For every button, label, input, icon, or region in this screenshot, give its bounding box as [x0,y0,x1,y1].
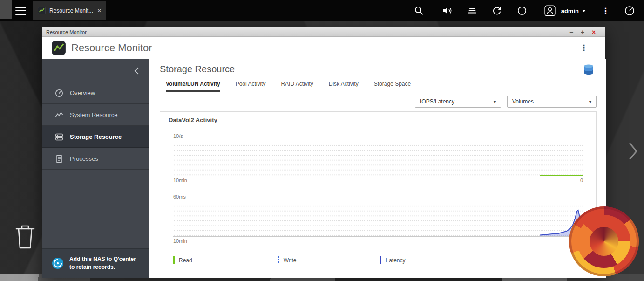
main-menu-button[interactable] [15,7,26,15]
sidebar: Overview System Resource Storage Resourc… [42,59,149,278]
sidebar-collapse-icon[interactable] [134,67,140,75]
tab-bar: Volume/LUN Activity Pool Activity RAID A… [166,81,411,92]
sidebar-item-processes[interactable]: Processes [42,148,149,170]
sidebar-item-overview[interactable]: Overview [42,82,149,104]
legend-item-read: Read [173,256,192,264]
line-chart-icon [54,110,64,120]
legend-label: Write [284,257,297,264]
tab-raid-activity[interactable]: RAID Activity [281,81,313,92]
metric-select[interactable]: IOPS/Latency ▾ [415,96,501,108]
tab-storage-space[interactable]: Storage Space [374,81,411,92]
close-button[interactable]: × [588,28,599,36]
volume-icon[interactable] [442,6,453,16]
x-axis-label: 10min [173,178,187,183]
minimize-button[interactable]: − [566,28,577,36]
tab-volume-lun-activity[interactable]: Volume/LUN Activity [166,81,220,92]
resource-monitor-app-icon [52,41,66,55]
sidebar-item-label: Storage Resource [70,133,122,140]
latency-chart: 60ms 10min 0 [173,194,583,244]
window-title: Resource Monitor [46,29,566,35]
latency-color-swatch [380,256,381,264]
info-icon[interactable] [517,6,527,16]
resource-monitor-app-icon [38,7,46,14]
qcenter-banner[interactable]: Add this NAS to Q'center to retain recor… [42,248,149,278]
search-icon[interactable] [414,6,424,16]
qcenter-icon [52,257,64,269]
sidebar-item-storage-resource[interactable]: Storage Resource [42,126,149,148]
taskbar-divider [536,5,536,17]
taskbar-divider [433,5,433,17]
qcenter-text: Add this NAS to Q'center to retain recor… [69,255,136,271]
chevron-right-icon[interactable] [629,142,639,161]
watermark-logo [569,206,639,276]
latency-series-plot [173,202,583,236]
recycle-bin-icon[interactable] [13,222,38,250]
legend-item-write: Write [278,256,297,264]
window-titlebar[interactable]: Resource Monitor − + × [42,27,605,37]
top-taskbar: Resource Monit... × [0,0,644,21]
sidebar-item-label: System Resource [70,111,118,118]
read-color-swatch [173,256,175,264]
user-menu[interactable]: admin [561,7,579,14]
sidebar-item-system-resource[interactable]: System Resource [42,104,149,126]
qcenter-line1: Add this NAS to Q'center [69,255,136,263]
legend-label: Read [179,257,192,264]
storage-resource-icon [582,63,596,77]
app-header: Resource Monitor ⋮ [42,37,605,59]
tab-close-icon[interactable]: × [97,7,101,14]
more-options-icon[interactable]: ⋮ [602,7,610,15]
gauge-icon [54,89,64,98]
scope-select[interactable]: Volumes ▾ [507,96,597,108]
chart-legend: Read Write Latency [173,256,406,264]
x-axis-label: 10min [173,238,187,244]
metric-select-value: IOPS/Latency [420,98,490,105]
corner-accent [0,0,12,19]
refresh-icon[interactable] [492,6,502,16]
y-axis-max-label: 10/s [173,133,583,140]
taskbar-icon-group: admin ⋮ [414,0,644,21]
taskbar-tab-resource-monitor[interactable]: Resource Monit... × [33,1,106,20]
processes-icon [54,154,64,164]
qcenter-line2: to retain records. [69,263,136,271]
chevron-down-icon: ▾ [494,99,496,104]
background-tasks-icon[interactable] [467,6,477,16]
storage-icon [54,132,64,142]
current-value: 0 [580,178,583,183]
y-axis-max-label: 60ms [173,194,583,201]
legend-item-latency: Latency [380,256,405,264]
chart-grid [173,142,583,176]
scope-select-value: Volumes [512,98,585,105]
maximize-button[interactable]: + [577,28,588,36]
window-controls: − + × [566,28,599,36]
iops-series-plot [173,142,583,176]
tab-pool-activity[interactable]: Pool Activity [236,81,266,92]
taskbar-tab-label: Resource Monit... [49,7,95,14]
app-menu-icon[interactable]: ⋮ [580,43,588,53]
main-content: Storage Resource Volume/LUN Activity Poo… [149,59,606,278]
chevron-down-icon[interactable] [582,10,586,12]
user-icon[interactable] [544,5,556,16]
tab-disk-activity[interactable]: Disk Activity [329,81,359,92]
sidebar-menu: Overview System Resource Storage Resourc… [42,82,149,170]
chart-grid [173,202,583,237]
page-title: Storage Resource [160,64,235,75]
app-title: Resource Monitor [71,42,580,54]
sidebar-item-label: Processes [70,155,98,162]
panel-divider [160,128,596,128]
activity-panel: DataVol2 Activity 10/s 10min 0 60ms 10m [160,111,597,275]
dashboard-icon[interactable] [624,6,635,16]
legend-label: Latency [386,257,405,264]
iops-chart: 10/s 10min 0 [173,133,583,183]
write-color-swatch [278,256,279,264]
resource-monitor-window: Resource Monitor − + × Resource Monitor … [42,27,605,277]
sidebar-item-label: Overview [70,89,95,96]
chevron-down-icon: ▾ [589,99,591,104]
panel-title: DataVol2 Activity [169,117,217,123]
